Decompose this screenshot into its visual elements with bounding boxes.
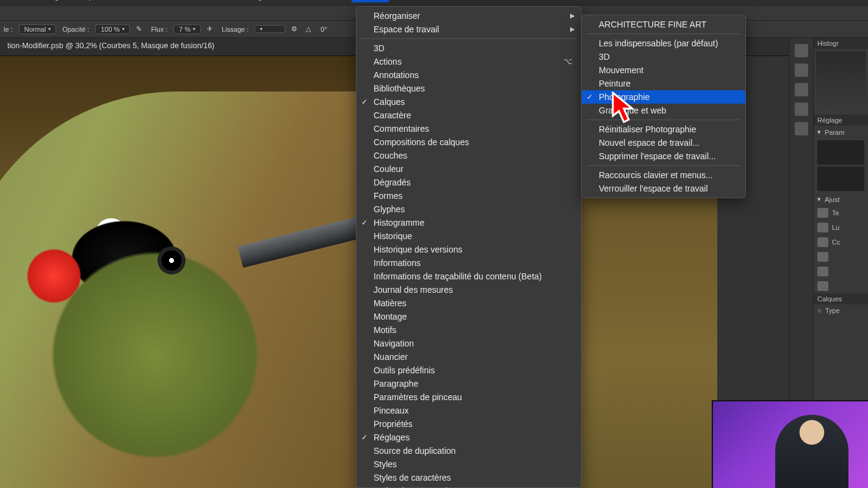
fenetre-item-7[interactable]: Compositions de calques xyxy=(356,135,581,149)
menubar-item-calque[interactable]: Calque xyxy=(74,0,99,2)
menu-item-label: Matières xyxy=(374,297,407,309)
toolstrip-icon-2[interactable] xyxy=(795,63,808,77)
menu-item-label: Pinceaux xyxy=(374,404,409,417)
menubar-item-image[interactable]: Image xyxy=(42,0,63,2)
histogram-preview xyxy=(816,51,866,112)
panel-ajust-row[interactable]: ▾Ajust xyxy=(814,193,868,206)
menubar-item-modules[interactable]: Modules externes xyxy=(278,0,341,2)
workspace-action-2[interactable]: Supprimer l'espace de travail... xyxy=(582,149,745,163)
fenetre-item-3[interactable]: Bibliothèques xyxy=(356,82,581,95)
toolstrip-icon-1[interactable] xyxy=(795,44,808,57)
menubar-item-fenetre[interactable]: Fenêtre xyxy=(352,0,389,2)
menu-item-label: Commentaires xyxy=(374,123,429,135)
fenetre-item-6[interactable]: Commentaires xyxy=(356,122,581,135)
fenetre-item-25[interactable]: Paragraphe xyxy=(356,377,581,390)
menu-item-label: Styles xyxy=(374,458,397,470)
adj-row-5[interactable] xyxy=(814,279,868,293)
workspace-preset-2[interactable]: Mouvement xyxy=(582,63,745,77)
menu-espace-de-travail: ARCHITECTURE FINE ART Les indispensables… xyxy=(581,15,746,198)
fenetre-item-4[interactable]: ✓Calques xyxy=(356,95,581,109)
fenetre-item-5[interactable]: Caractère xyxy=(356,109,581,122)
menubar-item-edition[interactable]: Édition xyxy=(6,0,31,2)
fenetre-item-11[interactable]: Formes xyxy=(356,189,581,203)
toolstrip-icon-5[interactable] xyxy=(795,122,808,135)
workspace-action2-0[interactable]: Raccourcis clavier et menus... xyxy=(582,168,745,182)
workspace-preset-3[interactable]: Peinture xyxy=(582,77,745,90)
menubar-item-affichage[interactable]: Affichage xyxy=(234,0,267,2)
menu-item-label: Dégradés xyxy=(374,176,411,188)
angle-value: 0° xyxy=(320,26,327,33)
menubar-item-filtre[interactable]: Filtre xyxy=(184,0,202,2)
lissage-label: Lissage : xyxy=(222,26,248,33)
fenetre-item-18[interactable]: Journal des mesures xyxy=(356,283,581,296)
fenetre-item-30[interactable]: Source de duplication xyxy=(356,444,581,458)
fenetre-item-15[interactable]: Historique des versions xyxy=(356,243,581,256)
workspace-preset-5[interactable]: Graphique et web xyxy=(582,104,745,117)
workspace-preset-1[interactable]: 3D xyxy=(582,50,745,63)
opacity-label: Opacité : xyxy=(62,26,89,33)
menu-item-label: Actions xyxy=(374,56,402,68)
adj-row-1[interactable]: Lu xyxy=(814,220,868,235)
workspace-preset-4[interactable]: ✓Photographie xyxy=(582,90,745,104)
angle-icon[interactable]: △ xyxy=(306,25,314,34)
param-thumb-2[interactable] xyxy=(817,167,864,191)
fenetre-item-9[interactable]: Couleur xyxy=(356,162,581,176)
blend-mode-select[interactable]: Normal ▾ xyxy=(19,24,56,34)
fenetre-item-27[interactable]: Pinceaux xyxy=(356,404,581,417)
pressure-opacity-icon[interactable]: ✎ xyxy=(136,25,145,34)
fenetre-head-1[interactable]: Espace de travail▶ xyxy=(356,23,581,36)
fenetre-item-10[interactable]: Dégradés xyxy=(356,176,581,189)
fenetre-item-26[interactable]: Paramètres de pinceau xyxy=(356,390,581,404)
menubar-item-3d[interactable]: 3D xyxy=(213,0,223,2)
layer-type-row[interactable]: ○Type xyxy=(814,304,868,317)
gear-icon[interactable]: ⚙ xyxy=(291,25,300,34)
panel-calques[interactable]: Calques xyxy=(814,293,868,304)
panel-reglages[interactable]: Réglage xyxy=(814,115,868,126)
fenetre-head-0[interactable]: Réorganiser▶ xyxy=(356,9,581,23)
fenetre-item-29[interactable]: ✓Réglages xyxy=(356,431,581,444)
menu-item-label: Formes xyxy=(374,190,402,202)
fenetre-item-21[interactable]: Motifs xyxy=(356,323,581,337)
fenetre-item-14[interactable]: Historique xyxy=(356,229,581,243)
adj-row-2[interactable]: Cc xyxy=(814,235,868,249)
fenetre-item-16[interactable]: Informations xyxy=(356,256,581,270)
fenetre-item-19[interactable]: Matières xyxy=(356,296,581,310)
fenetre-item-22[interactable]: Navigation xyxy=(356,337,581,350)
panel-param-row[interactable]: ▾Param xyxy=(814,126,868,138)
opacity-value[interactable]: 100 % ▾ xyxy=(95,24,130,34)
workspace-preset-0[interactable]: Les indispensables (par défaut) xyxy=(582,37,745,50)
menubar-item-selection[interactable]: Sélection xyxy=(140,0,173,2)
workspace-action-0[interactable]: Réinitialiser Photographie xyxy=(582,123,745,136)
flux-value[interactable]: 7 % ▾ xyxy=(173,24,201,34)
param-thumb-1[interactable] xyxy=(817,140,864,165)
adj-row-0[interactable]: Te xyxy=(814,206,868,220)
fenetre-item-28[interactable]: Propriétés xyxy=(356,417,581,431)
fenetre-item-2[interactable]: Annotations xyxy=(356,68,581,82)
fenetre-item-0[interactable]: 3D xyxy=(356,41,581,55)
fenetre-item-32[interactable]: Styles de caractères xyxy=(356,471,581,484)
fenetre-item-23[interactable]: Nuancier xyxy=(356,350,581,364)
panel-histogram[interactable]: Histogr xyxy=(814,38,868,49)
adj-row-3[interactable] xyxy=(814,249,868,264)
menubar-item-aide[interactable]: Aide xyxy=(400,0,416,2)
workspace-action-1[interactable]: Nouvel espace de travail... xyxy=(582,136,745,149)
toolstrip-icon-4[interactable] xyxy=(795,102,808,116)
airbrush-icon[interactable]: ✈ xyxy=(207,25,215,34)
fenetre-item-8[interactable]: Couches xyxy=(356,149,581,162)
menubar-item-texte[interactable]: Texte xyxy=(110,0,129,2)
fenetre-item-17[interactable]: Informations de traçabilité du contenu (… xyxy=(356,270,581,283)
adj-row-4[interactable] xyxy=(814,264,868,279)
menu-item-label: Paramètres de pinceau xyxy=(374,391,462,403)
fenetre-item-31[interactable]: Styles xyxy=(356,458,581,471)
toolstrip-icon-3[interactable] xyxy=(795,83,808,96)
fenetre-item-20[interactable]: Montage xyxy=(356,310,581,323)
fenetre-item-1[interactable]: Actions⌥ xyxy=(356,55,581,68)
fenetre-item-24[interactable]: Outils prédéfinis xyxy=(356,364,581,377)
fenetre-item-12[interactable]: Glyphes xyxy=(356,203,581,216)
menu-item-label: Raccourcis clavier et menus... xyxy=(599,169,713,181)
fenetre-item-33[interactable]: Styles de paragraphes xyxy=(356,484,581,488)
workspace-action2-1[interactable]: Verrouiller l'espace de travail xyxy=(582,182,745,195)
fenetre-item-13[interactable]: ✓Histogramme xyxy=(356,216,581,229)
workspace-custom-0[interactable]: ARCHITECTURE FINE ART xyxy=(582,18,745,31)
lissage-value[interactable]: ▾ xyxy=(255,25,285,33)
